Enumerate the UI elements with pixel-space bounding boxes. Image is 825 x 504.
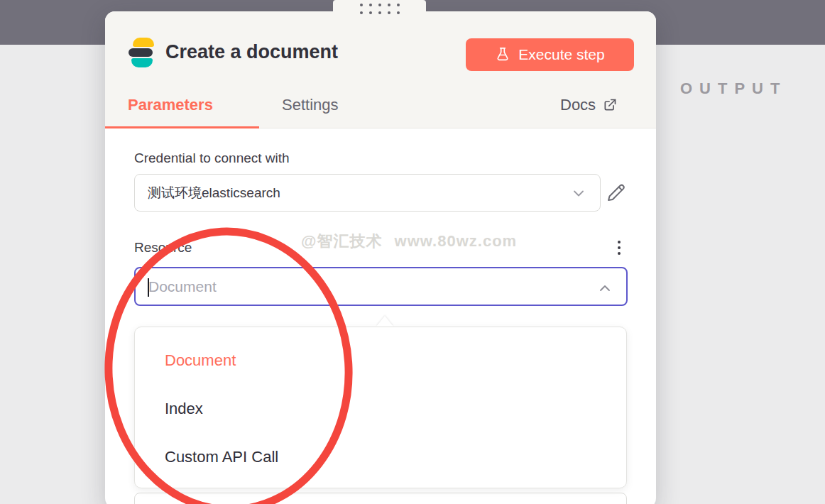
tab-settings[interactable]: Settings (282, 96, 339, 114)
next-field-partial (134, 493, 627, 504)
active-tab-underline (105, 126, 259, 128)
elasticsearch-logo-icon (129, 38, 154, 67)
resource-combobox[interactable] (134, 267, 628, 306)
dropdown-notch (376, 316, 393, 327)
execute-step-label: Execute step (518, 46, 604, 63)
chevron-down-icon (570, 185, 587, 202)
credential-field-label: Credential to connect with (134, 150, 290, 166)
resource-options-menu-button[interactable] (612, 239, 626, 257)
elasticsearch-logo-top-bar (133, 38, 154, 47)
panel-drag-handle[interactable] (333, 0, 426, 13)
resource-dropdown-list: Document Index Custom API Call (134, 327, 627, 488)
tab-parameters[interactable]: Parameters (128, 96, 213, 114)
external-link-icon (603, 98, 617, 112)
execute-step-button[interactable]: Execute step (466, 38, 634, 71)
dropdown-option-custom-api-call[interactable]: Custom API Call (165, 446, 278, 469)
workflow-editor-screen: OUTPUT Create a document Execute step (0, 0, 825, 504)
dropdown-option-index[interactable]: Index (165, 398, 203, 420)
credential-select[interactable]: 测试环境elasticsearch (134, 174, 601, 212)
resource-field-label: Resource (134, 240, 192, 256)
text-cursor (148, 278, 149, 297)
drag-dots-icon (360, 4, 400, 14)
credential-selected-value: 测试环境elasticsearch (148, 184, 570, 202)
output-panel-label: OUTPUT (680, 80, 787, 98)
edit-credential-button[interactable] (603, 180, 629, 206)
elasticsearch-logo-bottom-bar (131, 58, 153, 67)
resource-input[interactable] (148, 268, 574, 305)
flask-icon (495, 47, 510, 62)
node-title: Create a document (165, 41, 338, 63)
docs-link[interactable]: Docs (560, 96, 617, 114)
elasticsearch-logo-middle-bar (129, 48, 153, 57)
docs-link-label: Docs (560, 96, 596, 114)
kebab-menu-icon (618, 241, 621, 243)
dropdown-option-document[interactable]: Document (165, 349, 236, 372)
node-panel-header: Create a document Execute step Parameter… (105, 11, 656, 128)
chevron-up-icon[interactable] (596, 280, 613, 300)
node-detail-panel: Create a document Execute step Parameter… (105, 11, 656, 504)
watermark-text: @智汇技术 www.80wz.com (301, 231, 517, 252)
pencil-icon (603, 181, 629, 205)
